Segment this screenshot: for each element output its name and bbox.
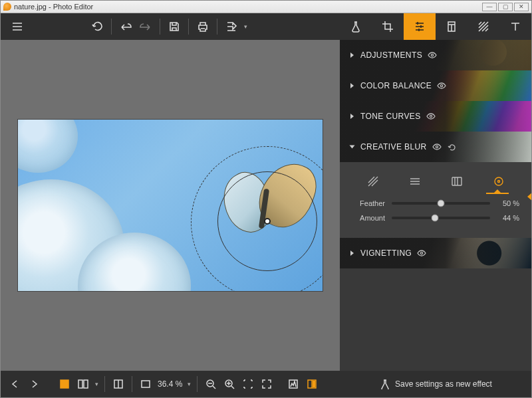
section-creative-blur[interactable]: CREATIVE BLUR bbox=[340, 132, 531, 162]
section-adjustments[interactable]: ADJUSTMENTS bbox=[340, 40, 531, 70]
blur-center-handle[interactable] bbox=[264, 218, 271, 225]
next-image-button[interactable] bbox=[25, 375, 43, 393]
svg-point-0 bbox=[431, 54, 433, 56]
visibility-toggle[interactable] bbox=[417, 249, 426, 258]
svg-rect-8 bbox=[78, 380, 82, 388]
app-window: { "window": { "title": "nature.jpg - Pho… bbox=[0, 0, 532, 398]
export-button[interactable] bbox=[221, 17, 241, 37]
toolbar-divider bbox=[160, 19, 160, 35]
feather-slider[interactable] bbox=[392, 202, 490, 205]
status-divider bbox=[104, 376, 105, 392]
blur-mode-selector bbox=[352, 171, 519, 191]
svg-rect-16 bbox=[313, 381, 315, 387]
menu-button[interactable] bbox=[7, 17, 27, 37]
zoom-in-button[interactable] bbox=[220, 375, 239, 393]
edited-image[interactable] bbox=[17, 119, 323, 292]
section-color-balance[interactable]: COLOR BALANCE bbox=[340, 70, 531, 101]
blur-mode-tilt-vertical[interactable] bbox=[447, 171, 467, 191]
tab-effects[interactable] bbox=[340, 13, 372, 40]
slider-thumb[interactable] bbox=[432, 215, 439, 222]
section-label: CREATIVE BLUR bbox=[360, 142, 427, 151]
text-icon bbox=[509, 21, 521, 33]
blur-mode-tilt-horizontal[interactable] bbox=[405, 171, 425, 191]
main-area: ADJUSTMENTS COLOR BALANCE TONE CURVES CR… bbox=[1, 40, 531, 371]
svg-point-3 bbox=[436, 146, 438, 148]
svg-point-1 bbox=[441, 84, 443, 86]
save-button[interactable] bbox=[164, 17, 184, 37]
undo-button[interactable] bbox=[116, 17, 136, 37]
print-icon bbox=[197, 21, 209, 33]
window-close-button[interactable]: ✕ bbox=[514, 3, 529, 11]
redo-icon bbox=[140, 21, 152, 33]
tab-presets[interactable] bbox=[436, 13, 467, 40]
creative-blur-body: Feather 50 % Amount 44 % bbox=[340, 162, 531, 238]
section-tone-curves[interactable]: TONE CURVES bbox=[340, 101, 531, 132]
zoom-menu[interactable]: ▾ bbox=[185, 381, 193, 387]
chevron-right-icon bbox=[350, 83, 354, 88]
undo-history-button[interactable] bbox=[87, 17, 107, 37]
save-icon bbox=[168, 21, 180, 33]
blur-mode-tilt-diagonal[interactable] bbox=[363, 171, 383, 191]
blur-mode-radial[interactable] bbox=[489, 171, 509, 191]
flask-icon bbox=[379, 379, 390, 389]
navigator-button[interactable] bbox=[303, 375, 321, 393]
visibility-toggle[interactable] bbox=[432, 142, 442, 151]
svg-rect-11 bbox=[142, 381, 150, 387]
status-divider bbox=[197, 376, 198, 392]
panel-collapse-handle[interactable] bbox=[527, 193, 531, 201]
app-logo-icon bbox=[3, 3, 11, 11]
visibility-toggle[interactable] bbox=[426, 112, 436, 121]
actual-size-button[interactable] bbox=[239, 375, 257, 393]
zoom-out-icon bbox=[205, 379, 216, 389]
zoom-in-icon bbox=[224, 379, 235, 389]
print-button[interactable] bbox=[193, 17, 213, 37]
section-label: VIGNETTING bbox=[360, 249, 412, 258]
redo-button[interactable] bbox=[136, 17, 156, 37]
export-menu-caret[interactable]: ▾ bbox=[241, 23, 249, 30]
tab-adjust[interactable] bbox=[404, 13, 436, 40]
preset-icon bbox=[446, 21, 458, 33]
single-view-icon bbox=[59, 379, 70, 389]
prev-image-button[interactable] bbox=[6, 375, 25, 393]
single-view-button[interactable] bbox=[55, 375, 74, 393]
sliders-icon bbox=[414, 21, 426, 33]
navigator-icon bbox=[307, 379, 317, 389]
histogram-icon bbox=[288, 379, 299, 389]
svg-point-6 bbox=[421, 252, 423, 254]
canvas-viewport[interactable] bbox=[1, 40, 340, 371]
actual-size-icon bbox=[243, 379, 253, 389]
reset-section-button[interactable] bbox=[447, 142, 456, 151]
window-minimize-button[interactable]: — bbox=[482, 3, 497, 11]
image-content bbox=[17, 119, 78, 173]
zoom-level-display: 36.4 % bbox=[155, 379, 185, 389]
toolbar-divider bbox=[111, 19, 112, 35]
visibility-toggle[interactable] bbox=[437, 81, 446, 90]
visibility-toggle[interactable] bbox=[428, 50, 437, 60]
svg-point-5 bbox=[497, 181, 499, 183]
undo-icon bbox=[120, 21, 132, 33]
chevron-right-icon bbox=[350, 52, 354, 58]
amount-slider[interactable] bbox=[392, 217, 490, 219]
compare-view-button[interactable] bbox=[74, 375, 92, 393]
svg-point-2 bbox=[430, 115, 432, 117]
flask-icon bbox=[350, 21, 362, 33]
toolbar-divider bbox=[188, 19, 189, 35]
before-after-button[interactable] bbox=[109, 375, 128, 393]
tab-texture[interactable] bbox=[467, 13, 499, 40]
zoom-out-button[interactable] bbox=[201, 375, 220, 393]
svg-rect-7 bbox=[61, 380, 68, 388]
histogram-button[interactable] bbox=[284, 375, 303, 393]
compare-view-icon bbox=[78, 379, 88, 389]
fit-screen-button[interactable] bbox=[136, 375, 155, 393]
slider-thumb[interactable] bbox=[438, 200, 445, 207]
fullscreen-button[interactable] bbox=[257, 375, 276, 393]
save-as-effect-label: Save settings as new effect bbox=[395, 379, 492, 389]
section-vignetting[interactable]: VIGNETTING bbox=[340, 238, 531, 268]
save-as-effect-button[interactable]: Save settings as new effect bbox=[340, 371, 531, 397]
view-mode-menu[interactable]: ▾ bbox=[92, 381, 100, 387]
crop-icon bbox=[382, 21, 394, 33]
window-maximize-button[interactable]: ▢ bbox=[498, 3, 513, 11]
tab-text[interactable] bbox=[499, 13, 531, 40]
tab-crop[interactable] bbox=[372, 13, 404, 40]
amount-value: 44 % bbox=[490, 214, 519, 222]
